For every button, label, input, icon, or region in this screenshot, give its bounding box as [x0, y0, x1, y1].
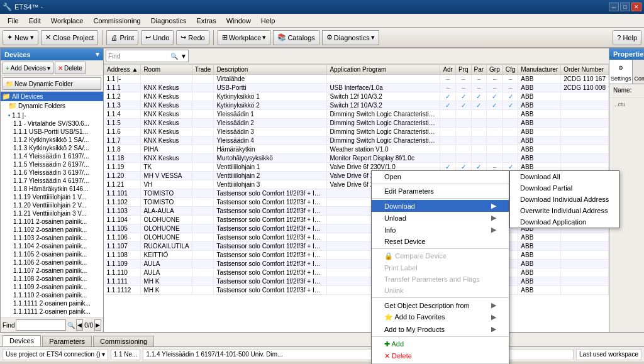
add-devices-button[interactable]: + Add Devices ▾ — [3, 62, 53, 74]
tree-item-13[interactable]: 1.1.21 Venttiiiilohjain 3 V... — [1, 209, 103, 218]
tab-devices[interactable]: Devices — [3, 335, 41, 346]
tree-item-dynamic-folders[interactable]: 📁 Dynamic Folders — [1, 101, 103, 111]
table-row[interactable]: 1.1 |- Virtalähde – – – – – ABB 2CDG 110… — [104, 75, 609, 84]
devices-tree[interactable]: 📁 All Devices 📁 Dynamic Folders ▪ 1.1 |-… — [1, 92, 103, 317]
col-trade[interactable]: Trade — [192, 65, 214, 75]
col-par[interactable]: Par — [471, 65, 487, 75]
tree-item-21[interactable]: 1.1.108 2-osainen painik... — [1, 275, 103, 283]
table-row[interactable]: 1.1.1 KNX Keskus USB-Portti USB Interfac… — [104, 84, 609, 92]
tree-item-2[interactable]: 1.1 - Virtalähde SV/S30.6... — [1, 119, 103, 128]
table-search-icon[interactable]: 🔍 — [169, 53, 179, 60]
maximize-button[interactable]: □ — [620, 3, 630, 11]
table-filter-icon[interactable]: ▼ — [179, 53, 188, 60]
ctx-delete[interactable]: ✕ Delete — [372, 350, 509, 362]
tree-item-20[interactable]: 1.1.107 2-osainen painik... — [1, 267, 103, 275]
col-adr[interactable]: Adr — [440, 65, 456, 75]
table-row[interactable]: 1.1.5 KNX Keskus Yleissäädin 2 Dimming S… — [104, 119, 609, 128]
col-room[interactable]: Room — [141, 65, 192, 75]
table-row[interactable]: 1.1.111 MH K Tastsensor solo Comfort 1f/… — [104, 277, 609, 286]
tree-item-25[interactable]: 1.1.1111 2-osainen painik... — [1, 307, 103, 316]
tree-item-4[interactable]: 1.1.2 Kytkinyksikkö 1 SA/... — [1, 136, 103, 144]
menu-edit[interactable]: Edit — [24, 16, 46, 26]
tree-item-19[interactable]: 1.1.106 2-osainen painik... — [1, 258, 103, 267]
col-grp[interactable]: Grp — [487, 65, 503, 75]
ctx-open[interactable]: Open — [372, 171, 509, 182]
table-row[interactable]: 1.1.1112 MH K Tastsensor solo Comfort 1f… — [104, 286, 609, 295]
menu-commissioning[interactable]: Commissioning — [88, 16, 145, 26]
table-row[interactable]: 1.1.7 KNX Keskus Yleissäädin 4 Dimming S… — [104, 136, 609, 145]
tree-item-11[interactable]: 1.1.19 Venttiiiilohjain 1 V... — [1, 193, 103, 201]
ctx-add-favorites[interactable]: ⭐ Add to Favorites ▶ — [372, 311, 509, 323]
tree-item-10[interactable]: 1.1.8 Hämäräkytkin 6146... — [1, 185, 103, 193]
tree-item-1[interactable]: ▪ 1.1 |- — [1, 111, 103, 119]
col-prq[interactable]: Prq — [455, 65, 471, 75]
tree-item-8[interactable]: 1.1.6 Yleissäädin 3 6197/... — [1, 168, 103, 177]
table-row[interactable]: 1.1.4 KNX Keskus Yleissäädin 1 Dimming S… — [104, 110, 609, 119]
undo-button[interactable]: ↩ Undo — [141, 30, 174, 45]
ctx-unload[interactable]: Unload ▶ — [372, 212, 509, 224]
new-button[interactable]: ✦ New ▾ — [3, 30, 38, 45]
col-address[interactable]: Address ▲ — [104, 65, 141, 75]
menu-window[interactable]: Window — [221, 16, 256, 26]
delete-device-button[interactable]: ✕ Delete — [55, 62, 86, 74]
tree-item-18[interactable]: 1.1.105 2-osainen painik... — [1, 250, 103, 258]
tree-item-12[interactable]: 1.1.20 Venttiiiilohjain 2 V... — [1, 201, 103, 209]
menu-workplace[interactable]: Workplace — [46, 16, 89, 26]
tree-item-3[interactable]: 1.1.1 USB-Portti USB/S1... — [1, 128, 103, 136]
workplace-button[interactable]: ⊞ Workplace ▾ — [218, 30, 271, 45]
dl-download-individual[interactable]: Download Individual Address — [510, 194, 619, 205]
find-next-button[interactable]: ▶ — [94, 319, 101, 331]
dl-download-all[interactable]: Download All — [510, 171, 619, 182]
table-row[interactable]: 1.1.6 KNX Keskus Yleissäädin 3 Dimming S… — [104, 128, 609, 136]
new-folder-button[interactable]: 📁 New Dynamic Folder — [3, 77, 101, 90]
catalogs-button[interactable]: 📚 Catalogs — [273, 30, 319, 45]
close-project-button[interactable]: ✕ Close Project — [41, 30, 98, 45]
ctx-info[interactable]: Info ▶ — [372, 224, 509, 236]
table-row[interactable]: 1.1.3 KNX Keskus Kytkinyksikkö 2 Switch … — [104, 101, 609, 110]
table-row[interactable]: 1.1.109 AULA Tastsensor solo Comfort 1f/… — [104, 260, 609, 268]
ctx-add-my-products[interactable]: Add to My Products ▶ — [372, 323, 509, 335]
tree-item-all-devices[interactable]: 📁 All Devices — [1, 92, 103, 101]
tree-item-24[interactable]: 1.1.1111 2-osainen painik... — [1, 299, 103, 307]
col-app-program[interactable]: Application Program — [327, 65, 440, 75]
tree-item-23[interactable]: 1.1.110 2-osainen painik... — [1, 291, 103, 299]
print-button[interactable]: 🖨 Print — [106, 30, 138, 45]
find-search-icon[interactable]: 🔍 — [67, 322, 75, 329]
col-cfg[interactable]: Cfg — [502, 65, 518, 75]
tree-find-input[interactable] — [16, 319, 66, 331]
menu-file[interactable]: File — [3, 16, 24, 26]
find-prev-button[interactable]: ◀ — [76, 319, 83, 331]
tree-item-22[interactable]: 1.1.109 2-osainen painik... — [1, 283, 103, 291]
dl-download-partial[interactable]: Download Partial — [510, 182, 619, 194]
minimize-button[interactable]: ─ — [609, 3, 619, 11]
tree-item-15[interactable]: 1.1.102 2-osainen painik... — [1, 226, 103, 234]
tree-item-7[interactable]: 1.1.5 Yleissäädin 2 6197/... — [1, 160, 103, 168]
tree-item-9[interactable]: 1.1.7 Yleissäädin 4 6197/... — [1, 177, 103, 185]
table-row[interactable]: 1.1.106 OLOHUONE Tastsensor solo Comfort… — [104, 233, 609, 242]
table-row[interactable]: 1.1.110 AULA Tastsensor solo Comfort 1f/… — [104, 268, 609, 277]
ctx-reset-device[interactable]: Reset Device — [372, 236, 509, 247]
dl-overwrite-individual[interactable]: Overwrite Individual Address — [510, 205, 619, 216]
connection-dropdown[interactable]: ▾ — [102, 351, 105, 358]
col-manufacturer[interactable]: Manufacturer — [518, 65, 561, 75]
tab-settings[interactable]: ⚙ Settings — [609, 60, 633, 84]
ctx-get-object-desc[interactable]: Get Object Description from ▶ — [372, 299, 509, 311]
tree-item-17[interactable]: 1.1.104 2-osainen painik... — [1, 242, 103, 250]
redo-button[interactable]: ↪ Redo — [176, 30, 209, 45]
tab-parameters[interactable]: Parameters — [42, 336, 92, 346]
tree-item-16[interactable]: 1.1.103 2-osainen painik... — [1, 234, 103, 242]
menu-help[interactable]: Help — [256, 16, 280, 26]
tab-commissioning[interactable]: Commissioning — [93, 336, 154, 346]
table-row[interactable]: 1.1.2 KNX Keskus Kytkinyksikkö 1 Switch … — [104, 92, 609, 101]
table-row[interactable]: 1.1.107 RUOKAILUTILA Tastsensor solo Com… — [104, 242, 609, 251]
dl-download-application[interactable]: Download Application — [510, 216, 619, 228]
tab-comments[interactable]: 💬 Comments — [633, 60, 644, 84]
menu-extras[interactable]: Extras — [192, 16, 221, 26]
table-row[interactable]: 1.1.108 KEITTIÖ Tastsensor solo Comfort … — [104, 251, 609, 260]
close-button[interactable]: ✕ — [631, 3, 641, 11]
ctx-add[interactable]: ✚ Add — [372, 338, 509, 350]
col-description[interactable]: Description — [214, 65, 327, 75]
ctx-edit-params[interactable]: Edit Parameters — [372, 185, 509, 197]
menu-diagnostics[interactable]: Diagnostics — [146, 16, 192, 26]
col-order-number[interactable]: Order Number — [561, 65, 609, 75]
